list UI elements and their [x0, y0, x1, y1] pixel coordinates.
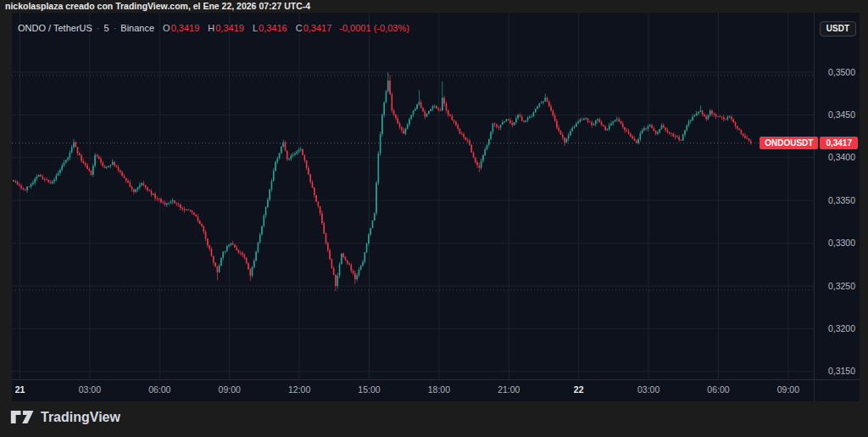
time-axis-label: 03:00 — [64, 384, 115, 395]
last-price-value: 0,3417 — [820, 137, 858, 149]
price-axis-label: 0,3200 — [814, 323, 855, 333]
chart-widget: ONDO / TetherUS·5·BinanceO0,3419H0,3419L… — [12, 13, 860, 401]
price-axis-label: 0,3400 — [814, 152, 855, 162]
footer: TradingView — [0, 401, 868, 437]
price-axis-label: 0,3250 — [814, 281, 855, 291]
price-axis-label: 0,3150 — [814, 366, 855, 376]
candlestick-chart[interactable] — [12, 13, 860, 401]
candle-bodies — [13, 81, 751, 286]
price-axis-label: 0,3450 — [814, 109, 855, 120]
time-axis-label: 06:00 — [693, 384, 744, 395]
last-price-label: ONDOUSDT 0,3417 — [760, 137, 858, 149]
symbol-title[interactable]: ONDO / TetherUS — [18, 23, 92, 33]
interval-value[interactable]: 5 — [104, 23, 109, 33]
price-axis[interactable]: 0,35000,34500,34000,33500,33000,32500,32… — [814, 13, 860, 379]
open-value: O0,3419 — [163, 23, 199, 33]
close-value: C0,3417 — [296, 23, 332, 33]
symbol-info-bar: ONDO / TetherUS·5·BinanceO0,3419H0,3419L… — [18, 20, 409, 36]
separator-dot: · — [97, 23, 100, 33]
attribution-text: nickolasplaza creado con TradingView.com… — [5, 1, 310, 11]
price-axis-label: 0,3300 — [814, 238, 855, 248]
price-axis-label: 0,3500 — [814, 67, 855, 77]
time-axis-label: 18:00 — [414, 384, 465, 395]
time-axis-label: 03:00 — [623, 384, 674, 395]
tradingview-logo-text: TradingView — [41, 410, 120, 425]
time-axis-label: 09:00 — [763, 384, 814, 395]
currency-toggle-button[interactable]: USDT — [820, 21, 856, 36]
exchange-name[interactable]: Binance — [120, 23, 154, 33]
time-axis-label: 12:00 — [274, 384, 325, 395]
time-axis-label: 06:00 — [134, 384, 185, 395]
attribution-bar: nickolasplaza creado con TradingView.com… — [0, 0, 868, 13]
price-change: -0,0001 (-0,03%) — [339, 23, 409, 33]
time-axis-label: 09:00 — [204, 384, 255, 395]
time-axis-label: 15:00 — [344, 384, 395, 395]
last-price-symbol: ONDOUSDT — [760, 137, 818, 149]
price-axis-label: 0,3350 — [814, 195, 855, 205]
time-axis-label: 21:00 — [483, 384, 534, 395]
tradingview-logo-icon — [10, 409, 36, 425]
separator-dot: · — [114, 23, 117, 33]
tradingview-logo[interactable]: TradingView — [10, 409, 120, 425]
low-value: L0,3416 — [253, 23, 287, 33]
candle-wicks — [14, 72, 752, 291]
time-axis-day-label: 21 — [12, 384, 46, 395]
time-axis-day-label: 22 — [554, 384, 604, 395]
high-value: H0,3419 — [208, 23, 244, 33]
time-axis[interactable]: 2103:0006:0009:0012:0015:0018:0021:00220… — [12, 379, 860, 401]
